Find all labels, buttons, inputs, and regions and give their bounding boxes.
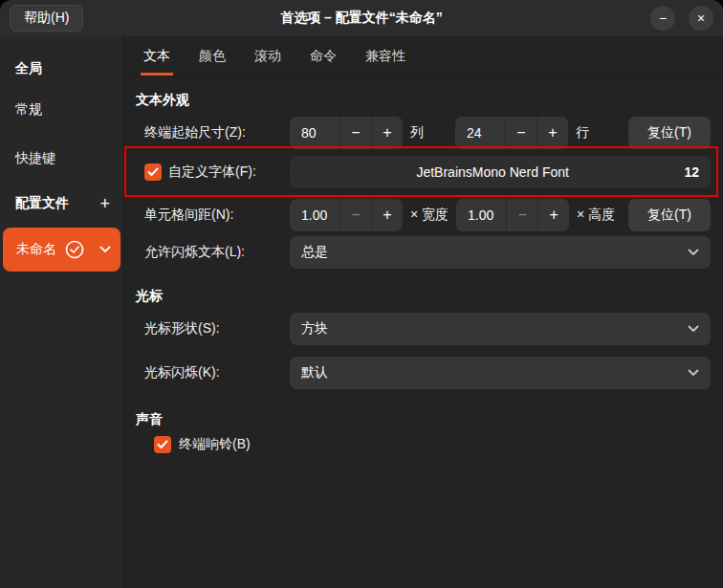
height-spacing-spinner: 1.00 − + — [456, 199, 569, 231]
main-content: 文本 颜色 滚动 命令 兼容性 文本外观 终端起始尺寸(Z): 80 − + — [124, 36, 723, 588]
terminal-size-row: 终端起始尺寸(Z): 80 − + 列 24 − + 行 — [144, 117, 711, 149]
height-spacing-value[interactable]: 1.00 — [456, 199, 506, 231]
chevron-down-icon — [688, 249, 699, 256]
tab-text[interactable]: 文本 — [141, 36, 173, 76]
preferences-window: 帮助(H) 首选项 – 配置文件“未命名” − × 全局 常规 快捷键 配置文件… — [0, 0, 723, 588]
minimize-button[interactable]: − — [650, 6, 675, 31]
profile-unnamed-label: 未命名 — [16, 241, 56, 258]
terminal-bell-checkbox[interactable] — [154, 436, 171, 453]
sidebar-item-profile-unnamed[interactable]: 未命名 — [3, 228, 120, 272]
columns-increment-button[interactable]: + — [371, 117, 403, 149]
blinking-text-row: 允许闪烁文本(L): 总是 — [144, 236, 711, 269]
rows-decrement-button[interactable]: − — [505, 117, 537, 149]
text-settings-panel: 文本外观 终端起始尺寸(Z): 80 − + 列 24 − — [124, 76, 723, 588]
tab-scrolling[interactable]: 滚动 — [252, 36, 284, 76]
font-name: JetBrainsMono Nerd Font — [301, 164, 684, 180]
width-spacing-value[interactable]: 1.00 — [290, 199, 340, 231]
check-circle-icon — [64, 239, 85, 260]
width-unit-label: × 宽度 — [410, 207, 449, 224]
rows-increment-button[interactable]: + — [537, 117, 568, 149]
cursor-blink-value: 默认 — [301, 364, 688, 381]
chevron-down-icon[interactable] — [99, 246, 111, 253]
custom-font-label: 自定义字体(F): — [168, 163, 256, 181]
cursor-blink-row: 光标闪烁(K): 默认 — [144, 357, 711, 389]
sidebar-profiles-header: 配置文件 + — [0, 189, 123, 218]
cursor-heading: 光标 — [136, 286, 711, 305]
checkmark-icon — [147, 167, 159, 177]
terminal-size-label: 终端起始尺寸(Z): — [144, 124, 290, 142]
columns-decrement-button[interactable]: − — [340, 117, 371, 149]
cursor-shape-value: 方块 — [301, 320, 688, 338]
checkmark-icon — [157, 440, 168, 449]
help-button[interactable]: 帮助(H) — [10, 5, 83, 32]
chevron-down-icon — [688, 325, 699, 333]
chevron-down-icon — [688, 369, 699, 377]
size-reset-button[interactable]: 复位(T) — [628, 117, 711, 149]
blinking-text-label: 允许闪烁文本(L): — [144, 244, 290, 261]
cursor-shape-row: 光标形状(S): 方块 — [144, 313, 711, 345]
blinking-text-value: 总是 — [301, 244, 688, 261]
custom-font-checkbox[interactable] — [144, 163, 162, 181]
width-spacing-decrement-button[interactable]: − — [340, 199, 371, 231]
width-spacing-spinner: 1.00 − + — [290, 199, 403, 231]
add-profile-button[interactable]: + — [98, 195, 112, 212]
close-icon: × — [697, 11, 705, 26]
width-spacing-increment-button[interactable]: + — [371, 199, 403, 231]
spacing-reset-button[interactable]: 复位(T) — [628, 199, 711, 231]
profiles-label: 配置文件 — [15, 195, 69, 212]
close-button[interactable]: × — [689, 6, 713, 31]
columns-unit-label: 列 — [410, 124, 424, 142]
height-spacing-decrement-button[interactable]: − — [506, 199, 537, 231]
tab-colors[interactable]: 颜色 — [196, 36, 229, 76]
rows-unit-label: 行 — [576, 124, 589, 142]
font-size: 12 — [684, 164, 699, 180]
terminal-bell-label: 终端响铃(B) — [179, 436, 251, 453]
height-unit-label: × 高度 — [577, 207, 615, 224]
titlebar: 帮助(H) 首选项 – 配置文件“未命名” − × — [0, 0, 723, 36]
custom-font-row: 自定义字体(F): JetBrainsMono Nerd Font 12 — [144, 156, 711, 188]
columns-value[interactable]: 80 — [290, 117, 340, 149]
tab-bar: 文本 颜色 滚动 命令 兼容性 — [124, 36, 723, 76]
minimize-icon: − — [659, 11, 667, 26]
height-spacing-increment-button[interactable]: + — [537, 199, 569, 231]
tab-compatibility[interactable]: 兼容性 — [362, 36, 408, 76]
cursor-blink-dropdown[interactable]: 默认 — [290, 357, 711, 389]
cell-spacing-row: 单元格间距(N): 1.00 − + × 宽度 1.00 − + — [144, 199, 711, 231]
window-title: 首选项 – 配置文件“未命名” — [0, 10, 723, 27]
blinking-text-dropdown[interactable]: 总是 — [290, 236, 711, 269]
sidebar-item-shortcuts[interactable]: 快捷键 — [0, 143, 123, 172]
window-controls: − × — [650, 6, 713, 31]
sound-heading: 声音 — [136, 409, 711, 428]
font-chooser-button[interactable]: JetBrainsMono Nerd Font 12 — [290, 156, 711, 188]
sidebar-item-general[interactable]: 常规 — [0, 95, 123, 123]
sidebar: 全局 常规 快捷键 配置文件 + 未命名 — [0, 36, 124, 588]
rows-spinner: 24 − + — [455, 117, 568, 149]
cell-spacing-label: 单元格间距(N): — [144, 207, 290, 224]
columns-spinner: 80 − + — [290, 117, 403, 149]
terminal-bell-row: 终端响铃(B) — [154, 435, 711, 454]
text-appearance-heading: 文本外观 — [136, 90, 711, 109]
rows-value[interactable]: 24 — [455, 117, 505, 149]
cursor-blink-label: 光标闪烁(K): — [144, 364, 290, 381]
tab-command[interactable]: 命令 — [307, 36, 340, 76]
sidebar-item-global[interactable]: 全局 — [0, 54, 123, 82]
cursor-shape-dropdown[interactable]: 方块 — [290, 313, 711, 345]
cursor-shape-label: 光标形状(S): — [144, 320, 290, 338]
